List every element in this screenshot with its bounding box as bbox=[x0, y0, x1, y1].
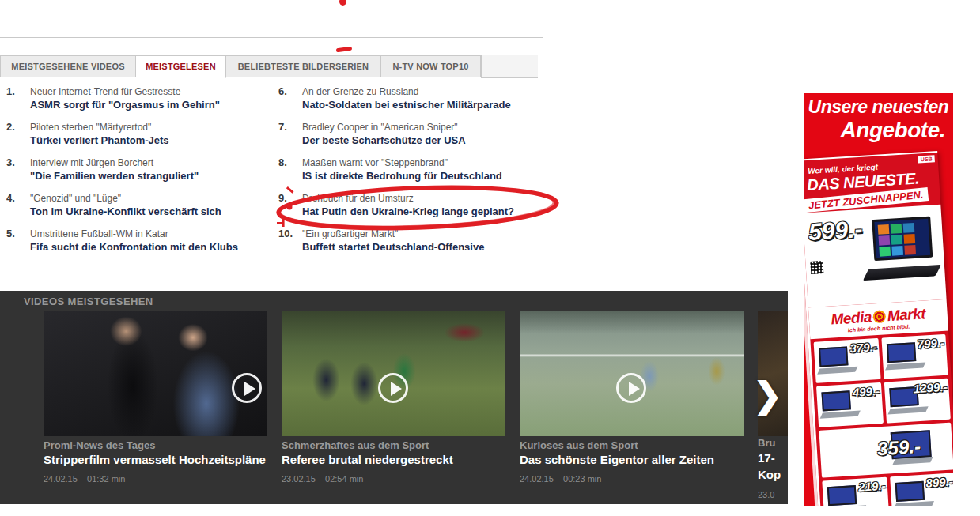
video-thumbnail-1[interactable] bbox=[44, 311, 267, 436]
ad-product: 219.- bbox=[822, 477, 889, 506]
videos-panel: VIDEOS MEISTGESEHEN bbox=[0, 291, 788, 504]
article-headline[interactable]: "Die Familien werden stranguliert" bbox=[30, 169, 199, 183]
ranking-item-1[interactable]: 1. Neuer Internet-Trend für GestressteAS… bbox=[6, 85, 271, 112]
annotation-stray-dot bbox=[339, 0, 346, 6]
video-meta: 24.02.15 – 01:32 min bbox=[44, 474, 125, 484]
laptop-keyboard bbox=[863, 265, 941, 281]
video-headline[interactable]: Kop bbox=[758, 468, 781, 481]
ad-product: 899.- bbox=[890, 473, 953, 506]
article-headline[interactable]: Türkei verliert Phantom-Jets bbox=[30, 134, 169, 148]
ad-price: 359.- bbox=[876, 435, 921, 460]
ad-price: 219.- bbox=[858, 479, 886, 494]
video-kicker[interactable]: Bru bbox=[758, 437, 775, 449]
ad-title-line2: Angebote. bbox=[841, 118, 945, 143]
rank-number: 2. bbox=[6, 121, 30, 148]
videos-panel-title: VIDEOS MEISTGESEHEN bbox=[24, 296, 153, 307]
ranking-item-10[interactable]: 10. "Ein großartiger Markt"Buffett start… bbox=[278, 228, 543, 254]
ad-product: 359.- bbox=[819, 423, 953, 478]
video-thumbnail-4[interactable] bbox=[758, 311, 788, 436]
ad-product: 799.- bbox=[881, 334, 948, 379]
rank-number: 4. bbox=[6, 192, 30, 219]
article-kicker: Interview mit Jürgen Borchert bbox=[30, 156, 199, 169]
article-headline[interactable]: ASMR sorgt für "Orgasmus im Gehirn" bbox=[30, 98, 220, 112]
video-thumbnail-3[interactable] bbox=[520, 311, 744, 436]
tab-meistgesehene-videos[interactable]: MEISTGESEHENE VIDEOS bbox=[0, 55, 136, 77]
ranking-item-7[interactable]: 7. Bradley Cooper in "American Sniper"De… bbox=[278, 121, 543, 148]
ad-product: 1299.- bbox=[884, 379, 951, 424]
article-kicker: Neuer Internet-Trend für Gestresste bbox=[30, 85, 220, 98]
article-headline[interactable]: Fifa sucht die Konfrontation mit den Klu… bbox=[30, 240, 238, 254]
video-kicker[interactable]: Schmerzhaftes aus dem Sport bbox=[282, 439, 429, 451]
rank-number: 3. bbox=[6, 156, 30, 183]
rank-number: 10. bbox=[278, 228, 302, 254]
article-kicker: Drehbuch für den Umsturz bbox=[302, 192, 514, 205]
article-kicker: An der Grenze zu Russland bbox=[302, 85, 511, 98]
video-headline[interactable]: Referee brutal niedergestreckt bbox=[282, 453, 453, 466]
mediamarkt-ad-banner[interactable]: Unsere neuesten Angebote. USB Wer will, … bbox=[804, 93, 953, 506]
ranking-tab-bar: MEISTGESEHENE VIDEOS MEISTGELESEN BELIEB… bbox=[0, 55, 538, 78]
article-headline[interactable]: IS ist direkte Bedrohung für Deutschland bbox=[302, 169, 502, 183]
tab-ntv-now-top10[interactable]: N-TV NOW TOP10 bbox=[381, 55, 481, 77]
tab-beliebteste-bilderserien[interactable]: BELIEBTESTE BILDERSERIEN bbox=[226, 55, 381, 77]
video-kicker[interactable]: Promi-News des Tages bbox=[44, 439, 155, 451]
ad-price: 1299.- bbox=[913, 380, 948, 396]
rank-number: 5. bbox=[6, 228, 30, 254]
article-headline[interactable]: Der beste Scharfschütze der USA bbox=[302, 134, 466, 148]
article-kicker: Bradley Cooper in "American Sniper" bbox=[302, 121, 466, 134]
ranking-item-4[interactable]: 4. "Genozid" und "Lüge"Ton im Ukraine-Ko… bbox=[6, 192, 271, 219]
video-headline[interactable]: 17- bbox=[758, 451, 775, 465]
article-headline[interactable]: Hat Putin den Ukraine-Krieg lange geplan… bbox=[302, 205, 514, 219]
ranking-item-9[interactable]: 9. Drehbuch für den UmsturzHat Putin den… bbox=[278, 192, 543, 219]
video-kicker[interactable]: Kurioses aus dem Sport bbox=[520, 439, 638, 451]
play-icon[interactable] bbox=[232, 373, 262, 403]
ad-chip: USB bbox=[918, 155, 935, 163]
rank-number: 8. bbox=[278, 156, 302, 183]
video-headline[interactable]: Das schönste Eigentor aller Zeiten bbox=[520, 453, 714, 466]
play-icon[interactable] bbox=[378, 373, 408, 403]
brand-name-right: Markt bbox=[887, 305, 925, 325]
annotation-tick bbox=[282, 219, 285, 227]
ad-main-price: 599.- bbox=[808, 216, 863, 246]
carousel-next-icon[interactable]: ❯ bbox=[753, 378, 782, 412]
mediamarkt-swirl-icon bbox=[872, 310, 886, 323]
ad-flyer[interactable]: USB Wer will, der kriegt DAS NEUESTE. JE… bbox=[804, 151, 953, 506]
rank-number: 6. bbox=[278, 85, 302, 112]
rank-number: 1. bbox=[6, 85, 30, 112]
video-meta: 23.0 bbox=[758, 490, 774, 499]
ad-price: 799.- bbox=[917, 336, 944, 351]
ad-product: 379.- bbox=[814, 338, 881, 383]
video-meta: 24.02.15 – 00:23 min bbox=[520, 474, 601, 484]
article-kicker: Umstrittene Fußball-WM in Katar bbox=[30, 228, 238, 240]
article-headline[interactable]: Ton im Ukraine-Konflikt verschärft sich bbox=[30, 205, 221, 219]
article-headline[interactable]: Nato-Soldaten bei estnischer Militärpara… bbox=[302, 98, 511, 112]
ranking-item-5[interactable]: 5. Umstrittene Fußball-WM in KatarFifa s… bbox=[6, 228, 271, 254]
ad-product: 499.- bbox=[816, 382, 884, 427]
article-kicker: Piloten sterben "Märtyrertod" bbox=[30, 121, 169, 134]
article-kicker: "Ein großartiger Markt" bbox=[302, 228, 484, 240]
ad-price: 899.- bbox=[925, 475, 953, 490]
ad-title-line1: Unsere neuesten bbox=[804, 96, 953, 118]
ad-price: 379.- bbox=[849, 340, 877, 355]
annotation-dash bbox=[277, 222, 282, 224]
ranking-item-8[interactable]: 8. Maaßen warnt vor "Steppenbrand"IS ist… bbox=[278, 156, 543, 183]
page: MEISTGESEHENE VIDEOS MEISTGELESEN BELIEB… bbox=[0, 0, 980, 516]
laptop-screen bbox=[872, 217, 933, 261]
video-meta: 23.02.15 – 02:54 min bbox=[282, 474, 363, 484]
video-headline[interactable]: Stripperfilm vermasselt Hochzeitspläne bbox=[44, 453, 266, 466]
article-kicker: "Genozid" und "Lüge" bbox=[30, 192, 221, 205]
ad-hero-product: 599.- bbox=[804, 205, 947, 307]
tab-meistgelesen[interactable]: MEISTGELESEN bbox=[136, 55, 226, 78]
rank-number: 7. bbox=[278, 121, 302, 148]
tab-bar-filler bbox=[481, 55, 538, 78]
ad-product-grid: 379.- 799.- 499.- 1299.- 359.- 219.- 899… bbox=[810, 331, 953, 506]
article-kicker: Maaßen warnt vor "Steppenbrand" bbox=[302, 156, 502, 169]
ad-price: 499.- bbox=[852, 384, 880, 399]
ranking-item-2[interactable]: 2. Piloten sterben "Märtyrertod"Türkei v… bbox=[6, 121, 271, 148]
laptop-image bbox=[862, 216, 939, 283]
qr-code-icon bbox=[810, 261, 823, 274]
ranking-item-6[interactable]: 6. An der Grenze zu RusslandNato-Soldate… bbox=[278, 85, 543, 112]
video-thumbnail-2[interactable] bbox=[282, 311, 505, 436]
play-icon[interactable] bbox=[616, 373, 646, 403]
article-headline[interactable]: Buffett startet Deutschland-Offensive bbox=[302, 240, 484, 254]
ranking-item-3[interactable]: 3. Interview mit Jürgen Borchert"Die Fam… bbox=[6, 156, 271, 183]
